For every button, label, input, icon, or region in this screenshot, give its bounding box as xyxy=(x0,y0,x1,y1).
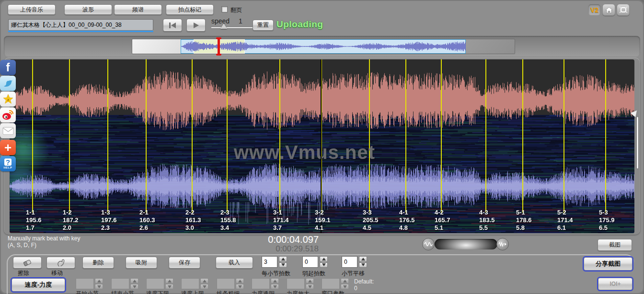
spin-up-button[interactable] xyxy=(236,278,244,283)
svg-text:z: z xyxy=(7,98,9,102)
down-arrow-icon xyxy=(273,285,277,288)
velocity-spinner-input[interactable] xyxy=(287,278,305,289)
twitter-icon[interactable] xyxy=(0,76,16,91)
spin-down-button[interactable] xyxy=(320,262,328,268)
hand-icon xyxy=(56,259,66,267)
move-tool-button[interactable] xyxy=(46,257,75,269)
share-screenshot-button[interactable]: 分享截图 xyxy=(584,257,632,271)
facebook-icon[interactable]: f xyxy=(0,60,16,75)
beat-line-2-3[interactable] xyxy=(227,59,228,213)
share-plus-icon[interactable]: + xyxy=(0,140,16,155)
weibo-icon[interactable] xyxy=(0,107,16,123)
beat-line-4-1[interactable] xyxy=(405,59,406,213)
spin-up-button[interactable] xyxy=(341,278,349,283)
velocity-spinner-input[interactable] xyxy=(252,278,270,289)
hint-line-2: (A, S, D, F) xyxy=(8,242,36,249)
reset-button[interactable]: 重置 xyxy=(253,20,274,31)
qzone-icon[interactable]: z xyxy=(0,91,16,107)
down-arrow-icon xyxy=(97,285,101,288)
ioi-button[interactable]: IOI+ xyxy=(598,278,632,290)
velocity-spinner-arrows[interactable] xyxy=(200,278,208,289)
erase-tool-button[interactable] xyxy=(13,257,42,269)
velocity-spinner-input[interactable] xyxy=(181,278,199,289)
mail-icon[interactable] xyxy=(0,123,16,138)
pickup-beats-input[interactable]: 0 xyxy=(302,256,318,268)
waveform-button[interactable]: 波形 xyxy=(64,4,112,15)
velocity-spinner-input[interactable] xyxy=(217,278,235,289)
save-button[interactable]: 保存 xyxy=(169,257,200,269)
overview-playhead[interactable] xyxy=(218,38,220,55)
velocity-spinner-input[interactable] xyxy=(76,278,94,289)
spectrum-button[interactable]: 频谱 xyxy=(114,4,162,15)
speed-slider-thumb[interactable] xyxy=(220,23,227,29)
spin-up-button[interactable] xyxy=(95,278,103,283)
velocity-spinner-arrows[interactable] xyxy=(306,278,314,289)
beat-label-3-3: 3-3205.54.5 xyxy=(363,209,379,232)
wave-zoom-slider[interactable] xyxy=(435,239,497,249)
velocity-spinner-arrows[interactable] xyxy=(165,278,173,289)
pickup-beats-arrows[interactable] xyxy=(320,256,328,268)
spin-up-button[interactable] xyxy=(165,278,173,283)
beat-line-3-3[interactable] xyxy=(369,59,370,213)
load-button[interactable]: 载入 xyxy=(216,257,253,269)
spin-up-button[interactable] xyxy=(130,278,138,283)
beat-line-4-2[interactable] xyxy=(441,59,442,213)
ioi-button-label: IOI+ xyxy=(610,281,621,287)
beat-line-1-3[interactable] xyxy=(107,59,108,213)
down-arrow-icon xyxy=(133,285,137,288)
filename-input[interactable] xyxy=(8,19,153,31)
home-icon xyxy=(605,7,613,13)
spin-down-button[interactable] xyxy=(279,262,287,268)
spin-up-button[interactable] xyxy=(359,256,367,262)
delete-button[interactable]: 删除 xyxy=(82,257,114,269)
spectrogram-area[interactable]: www.Vmus.net 1-1195.61.71-2187.22.01-319… xyxy=(10,59,634,233)
tempo-dynamics-button[interactable]: 速度-力度 xyxy=(12,278,65,292)
spin-up-button[interactable] xyxy=(271,278,279,283)
beat-line-2-1[interactable] xyxy=(146,59,147,213)
version-badge: V2 xyxy=(588,4,601,16)
beats-per-measure-arrows[interactable] xyxy=(279,256,287,268)
fullscreen-button[interactable] xyxy=(617,4,630,16)
spin-up-button[interactable] xyxy=(279,256,287,262)
screenshot-button[interactable]: 截图 xyxy=(598,239,632,251)
speed-slider-track[interactable] xyxy=(211,27,254,28)
spin-down-button[interactable] xyxy=(359,262,367,268)
velocity-spinner-arrows[interactable] xyxy=(271,278,279,289)
page-flip-checkbox[interactable] xyxy=(221,6,228,12)
envelope-icon xyxy=(2,127,14,135)
snap-button[interactable]: 吸附 xyxy=(126,257,157,269)
beat-line-2-2[interactable] xyxy=(192,59,193,213)
beat-line-5-1[interactable] xyxy=(522,59,523,213)
velocity-spinner-input[interactable] xyxy=(322,278,340,289)
measure-shift-arrows[interactable] xyxy=(359,256,367,268)
spin-up-button[interactable] xyxy=(306,278,314,283)
play-button[interactable] xyxy=(186,19,206,32)
upload-music-button[interactable]: 上传音乐 xyxy=(8,4,56,15)
velocity-spinner-arrows[interactable] xyxy=(236,278,244,289)
velocity-spinner-arrows[interactable] xyxy=(341,278,349,289)
rewind-button[interactable] xyxy=(163,19,182,32)
spin-up-button[interactable] xyxy=(320,256,328,262)
help-icon[interactable]: ? HELP xyxy=(0,156,16,171)
eraser-icon xyxy=(22,259,33,267)
velocity-spinner-label: 结束小节 xyxy=(111,289,150,294)
spin-up-button[interactable] xyxy=(200,278,208,283)
velocity-spinner-arrows[interactable] xyxy=(130,278,138,289)
beat-mark-button[interactable]: 拍点标记 xyxy=(166,4,214,15)
beat-line-4-3[interactable] xyxy=(485,59,486,213)
beat-line-1-1[interactable] xyxy=(32,59,33,213)
wave-min-icon[interactable] xyxy=(422,238,435,250)
velocity-spinner-input[interactable] xyxy=(146,278,164,289)
home-button[interactable] xyxy=(602,4,615,16)
wave-max-icon[interactable] xyxy=(496,238,509,250)
zoom-handle-line[interactable] xyxy=(637,117,638,169)
watermark-text: www.Vmus.net xyxy=(234,142,375,163)
velocity-spinner-input[interactable] xyxy=(111,278,129,289)
measure-shift-input[interactable]: 0 xyxy=(342,256,357,268)
beat-line-1-2[interactable] xyxy=(69,59,70,213)
beat-line-5-2[interactable] xyxy=(564,59,564,213)
beat-line-3-1[interactable] xyxy=(279,59,280,213)
velocity-spinner-arrows[interactable] xyxy=(95,278,103,289)
beat-line-5-3[interactable] xyxy=(605,59,606,213)
beats-per-measure-input[interactable]: 3 xyxy=(262,256,277,268)
